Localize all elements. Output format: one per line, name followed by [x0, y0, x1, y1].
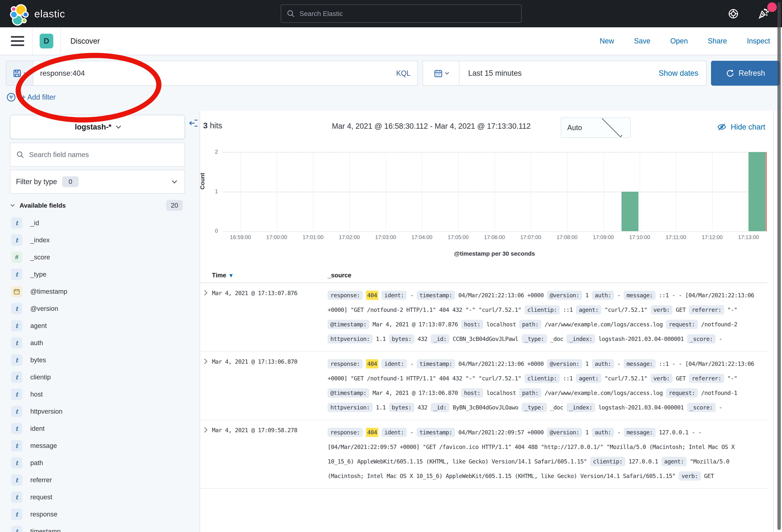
x-tick-label: 17:00:00 — [266, 234, 287, 240]
field-value: 1.1 — [376, 336, 386, 342]
nav-action-share[interactable]: Share — [708, 37, 727, 45]
field-item-_id[interactable]: t_id — [11, 215, 190, 231]
eye-slash-icon — [717, 122, 726, 131]
text-field-icon: t — [11, 372, 22, 383]
chevron-down-icon — [172, 178, 177, 183]
add-filter-link[interactable]: + Add filter — [22, 93, 56, 102]
field-item-@version[interactable]: t@version — [11, 300, 190, 317]
grid-line — [222, 152, 767, 153]
field-key-pill: agent: — [576, 305, 601, 314]
field-item-response[interactable]: tresponse — [11, 506, 190, 523]
field-item-request[interactable]: trequest — [11, 489, 190, 506]
query-language-button[interactable]: KQL — [389, 69, 417, 77]
field-key-pill: ident: — [382, 428, 407, 437]
filter-by-type-select[interactable]: Filter by type 0 — [10, 170, 185, 194]
index-pattern-select[interactable]: logstash-* — [10, 115, 185, 139]
collapse-sidebar-icon[interactable] — [188, 118, 199, 128]
field-item-_index[interactable]: t_index — [11, 231, 190, 249]
histogram-plot[interactable] — [222, 152, 767, 231]
field-key-pill: agent: — [576, 374, 601, 383]
field-key-pill: agent: — [662, 457, 687, 466]
available-fields-header[interactable]: Available fields 20 — [11, 200, 185, 211]
vertical-scrollbar[interactable] — [777, 2, 781, 530]
filter-icon[interactable] — [6, 92, 16, 103]
field-value: "-" — [727, 306, 737, 313]
field-item-_score[interactable]: #_score — [11, 249, 190, 266]
histogram-bar-17:13:00[interactable] — [748, 152, 766, 231]
field-name: response — [30, 510, 58, 518]
chevron-down-icon — [24, 71, 28, 75]
field-item-host[interactable]: thost — [11, 386, 190, 403]
menu-hamburger-icon[interactable] — [11, 36, 24, 46]
brand-name: elastic — [34, 8, 65, 20]
field-item-message[interactable]: tmessage — [11, 437, 190, 454]
x-tick-label: 17:08:00 — [557, 234, 577, 240]
chart-time-range: Mar 4, 2021 @ 16:58:30.112 - Mar 4, 2021… — [332, 122, 531, 130]
histogram-bar-17:09:30[interactable] — [621, 192, 638, 231]
elastic-logo-icon — [10, 4, 29, 23]
row-source: response: 404 ident: - timestamp: 04/Mar… — [328, 357, 767, 415]
field-item-@timestamp[interactable]: @timestamp — [11, 283, 190, 300]
field-value: "curl/7.52.1" — [605, 306, 647, 313]
field-key-pill: response: — [328, 428, 363, 437]
refresh-button[interactable]: Refresh — [711, 61, 780, 86]
available-fields-count-badge: 20 — [166, 200, 183, 211]
field-key-pill: response: — [328, 291, 363, 300]
field-list: t_idt_index#_scoret_type@timestampt@vers… — [11, 215, 190, 532]
field-key-pill: clientip: — [525, 374, 560, 383]
highlighted-value: 404 — [366, 428, 378, 437]
nav-action-inspect[interactable]: Inspect — [747, 37, 770, 45]
kql-query-input[interactable]: response:404 KQL — [33, 61, 418, 86]
interval-select[interactable]: Auto — [561, 118, 631, 138]
sort-desc-icon[interactable]: ▼ — [228, 272, 234, 278]
x-tick-label: 17:10:00 — [629, 234, 650, 240]
field-item-auth[interactable]: tauth — [11, 334, 190, 351]
y-tick-label: 0 — [206, 228, 218, 234]
discover-app-badge[interactable]: D — [40, 34, 53, 48]
saved-query-button[interactable] — [6, 61, 33, 86]
expand-row-icon[interactable] — [200, 288, 212, 346]
nav-action-save[interactable]: Save — [634, 37, 650, 45]
field-key-pill: _id: — [431, 403, 450, 412]
field-item-_type[interactable]: t_type — [11, 266, 190, 283]
text-field-icon: t — [11, 389, 22, 400]
field-key-pill: @version: — [547, 291, 582, 300]
field-value: GET — [676, 375, 686, 382]
number-field-icon: # — [11, 252, 22, 263]
hide-chart-link[interactable]: Hide chart — [717, 122, 765, 131]
table-row: Mar 4, 2021 @ 17:13:06.870response: 404 … — [200, 351, 767, 420]
field-item-bytes[interactable]: tbytes — [11, 351, 190, 369]
field-item-timestamp[interactable]: ttimestamp — [11, 523, 190, 532]
field-item-agent[interactable]: tagent — [11, 317, 190, 334]
expand-row-icon[interactable] — [200, 357, 212, 415]
time-range-display[interactable]: Last 15 minutes Show dates — [459, 61, 707, 86]
field-item-httpversion[interactable]: thttpversion — [11, 403, 190, 420]
column-header-time[interactable]: Time▼ — [212, 272, 328, 279]
nav-action-open[interactable]: Open — [670, 37, 688, 45]
field-item-path[interactable]: tpath — [11, 454, 190, 471]
kibana-discover-screen: elastic Search Elastic — [0, 0, 782, 532]
help-icon[interactable] — [727, 8, 739, 20]
y-tick-label: 1 — [206, 189, 218, 195]
field-key-pill: bytes: — [389, 403, 414, 412]
field-item-ident[interactable]: tident — [11, 420, 190, 437]
field-value: 127.0.0.1 — [629, 458, 658, 465]
field-search-input[interactable]: Search field names — [10, 143, 185, 166]
elastic-brand[interactable]: elastic — [10, 4, 65, 23]
nav-actions: NewSaveOpenShareInspect — [600, 37, 770, 45]
field-value: /notfound-2 — [701, 321, 737, 328]
text-field-icon: t — [11, 320, 22, 331]
field-key-pill: host: — [461, 388, 483, 397]
nav-action-new[interactable]: New — [600, 37, 614, 45]
show-dates-link[interactable]: Show dates — [659, 69, 698, 77]
hits-count: 3 hits — [203, 121, 222, 130]
row-time: Mar 4, 2021 @ 17:09:58.278 — [212, 425, 328, 483]
chevron-down-icon — [445, 71, 449, 75]
expand-row-icon[interactable] — [200, 425, 212, 483]
global-search-input[interactable]: Search Elastic — [281, 4, 522, 23]
time-picker-calendar-button[interactable] — [423, 61, 459, 86]
field-item-referrer[interactable]: treferrer — [11, 471, 190, 489]
field-item-clientip[interactable]: tclientip — [11, 369, 190, 386]
documents-table: Time▼ _source Mar 4, 2021 @ 17:13:07.876… — [200, 268, 767, 489]
field-value: Mar 4, 2021 @ 17:13:06.870 — [372, 389, 458, 396]
